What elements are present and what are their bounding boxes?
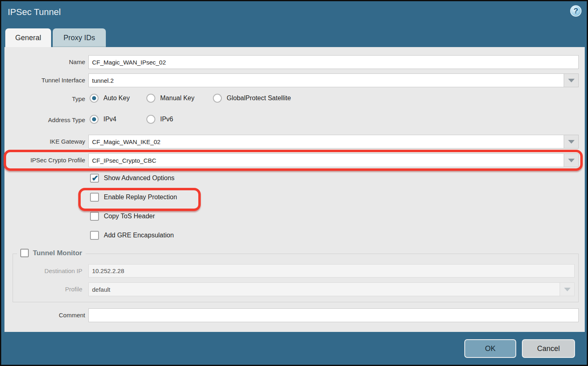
help-icon[interactable]: ? — [570, 5, 582, 17]
dialog-title: IPSec Tunnel — [8, 7, 61, 17]
ike-gateway-label: IKE Gateway — [1, 135, 85, 149]
destination-ip-label: Destination IP — [1, 264, 82, 278]
chevron-down-icon — [568, 79, 575, 82]
ike-gateway-dropdown-button[interactable] — [564, 135, 579, 149]
radio-icon — [213, 94, 222, 103]
radio-icon — [146, 94, 155, 103]
tunnel-monitor-label: Tunnel Monitor — [33, 249, 82, 257]
radio-manual-key[interactable]: Manual Key — [146, 94, 213, 103]
ipsec-crypto-profile-label: IPSec Crypto Profile — [1, 153, 85, 167]
radio-label: Manual Key — [160, 95, 195, 102]
ipsec-tunnel-dialog: IPSec Tunnel ? General Proxy IDs Name Tu… — [0, 0, 588, 366]
ipsec-crypto-profile-input[interactable] — [88, 153, 564, 167]
chevron-down-icon — [568, 159, 575, 162]
profile-input — [88, 282, 560, 296]
comment-input[interactable] — [88, 308, 579, 322]
checkbox-icon — [90, 193, 99, 202]
checkbox-add-gre-encapsulation[interactable]: Add GRE Encapsulation — [90, 231, 174, 240]
checkbox-icon — [90, 231, 99, 240]
checkbox-label: Add GRE Encapsulation — [104, 232, 174, 239]
radio-ipv4[interactable]: IPv4 — [90, 115, 146, 124]
checkbox-icon — [90, 174, 99, 183]
ok-button[interactable]: OK — [464, 339, 516, 358]
checkbox-icon — [20, 249, 29, 257]
radio-icon — [146, 115, 155, 124]
radio-icon — [90, 115, 99, 124]
checkbox-label: Show Advanced Options — [104, 174, 174, 182]
ike-gateway-input[interactable] — [88, 135, 564, 149]
ipsec-crypto-profile-dropdown-button[interactable] — [564, 153, 579, 167]
radio-label: IPv4 — [103, 116, 116, 123]
checkbox-label: Copy ToS Header — [104, 213, 155, 220]
tunnel-interface-input[interactable] — [88, 73, 564, 87]
type-label: Type — [1, 94, 85, 104]
radio-globalprotect-satellite[interactable]: GlobalProtect Satellite — [213, 94, 291, 103]
radio-icon — [90, 94, 99, 103]
radio-label: GlobalProtect Satellite — [227, 95, 291, 102]
radio-label: IPv6 — [160, 116, 173, 123]
comment-label: Comment — [1, 308, 85, 322]
tunnel-interface-dropdown-button[interactable] — [564, 73, 579, 87]
radio-label: Auto Key — [103, 95, 130, 102]
checkbox-show-advanced-options[interactable]: Show Advanced Options — [90, 174, 174, 183]
chevron-down-icon — [568, 140, 575, 144]
tab-general[interactable]: General — [5, 28, 51, 47]
profile-label: Profile — [1, 282, 82, 296]
profile-dropdown-button — [560, 282, 575, 296]
checkbox-copy-tos-header[interactable]: Copy ToS Header — [90, 212, 155, 221]
destination-ip-input — [88, 264, 575, 278]
radio-ipv6[interactable]: IPv6 — [146, 115, 173, 124]
checkbox-enable-replay-protection[interactable]: Enable Replay Protection — [90, 193, 177, 202]
checkbox-icon — [90, 212, 99, 221]
checkbox-label: Enable Replay Protection — [104, 194, 177, 201]
chevron-down-icon — [564, 288, 571, 291]
tab-proxy-ids[interactable]: Proxy IDs — [53, 28, 106, 47]
name-label: Name — [1, 55, 85, 69]
address-type-label: Address Type — [1, 115, 85, 125]
radio-auto-key[interactable]: Auto Key — [90, 94, 146, 103]
name-input[interactable] — [88, 55, 579, 69]
help-glyph: ? — [573, 6, 578, 15]
tunnel-interface-label: Tunnel Interface — [1, 73, 85, 87]
cancel-button[interactable]: Cancel — [522, 339, 575, 358]
checkbox-tunnel-monitor[interactable]: Tunnel Monitor — [17, 249, 86, 257]
